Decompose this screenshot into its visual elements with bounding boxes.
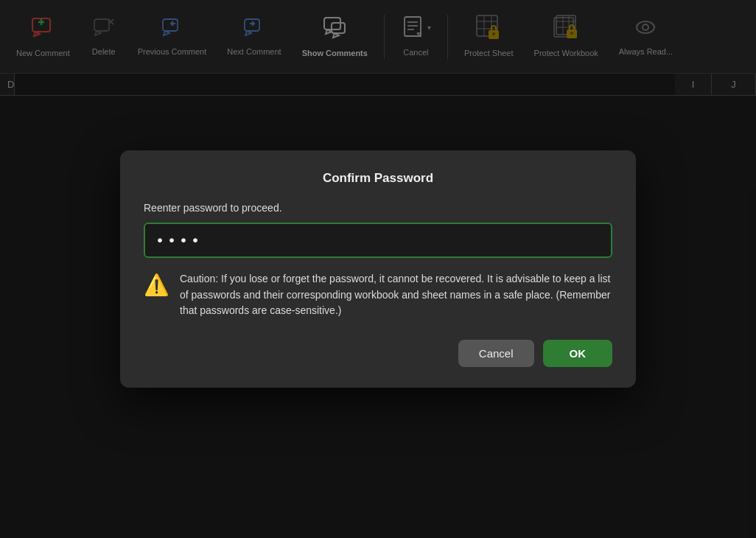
dialog-subtitle: Reenter password to proceed.	[144, 202, 612, 214]
ok-button[interactable]: OK	[543, 340, 613, 367]
password-field[interactable]: ••••	[155, 231, 203, 249]
confirm-password-dialog: Confirm Password Reenter password to pro…	[120, 150, 636, 388]
caution-section: ⚠️ Caution: If you lose or forget the pa…	[144, 271, 612, 319]
caution-icon: ⚠️	[144, 273, 169, 297]
dialog-button-row: Cancel OK	[144, 340, 612, 367]
dialog-title: Confirm Password	[144, 171, 612, 186]
cancel-button[interactable]: Cancel	[458, 340, 534, 367]
modal-overlay: Confirm Password Reenter password to pro…	[0, 0, 756, 538]
password-input-wrapper[interactable]: ••••	[144, 223, 612, 258]
caution-text: Caution: If you lose or forget the passw…	[180, 271, 612, 319]
